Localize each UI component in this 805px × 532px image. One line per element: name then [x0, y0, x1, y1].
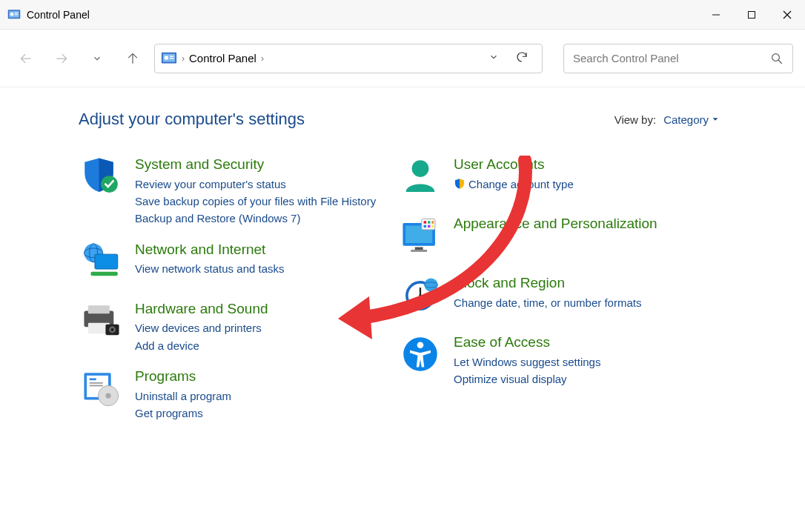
content: Adjust your computer's settings View by:… — [0, 87, 805, 422]
category-link[interactable]: View devices and printers — [135, 319, 397, 336]
uac-shield-icon — [454, 178, 466, 190]
svg-rect-31 — [90, 378, 96, 380]
breadcrumb-item[interactable]: Control Panel — [189, 52, 256, 64]
refresh-button[interactable] — [508, 50, 536, 67]
toolbar: › Control Panel › — [0, 30, 805, 87]
accessibility-icon — [397, 333, 443, 379]
category-title[interactable]: Hardware and Sound — [135, 300, 397, 318]
chevron-down-icon — [488, 52, 499, 62]
view-by-value: Category — [663, 113, 709, 126]
category-title[interactable]: Programs — [135, 368, 397, 385]
appearance-icon — [397, 215, 443, 261]
maximize-icon — [747, 10, 756, 19]
category-title[interactable]: System and Security — [135, 156, 397, 173]
back-icon — [19, 51, 33, 66]
category-link[interactable]: Change account type — [454, 176, 738, 193]
svg-point-28 — [111, 328, 114, 331]
user-icon — [397, 156, 443, 202]
minimize-icon — [712, 10, 720, 19]
maximize-button[interactable] — [734, 0, 769, 30]
svg-point-2 — [10, 13, 14, 16]
category-link-text: Change account type — [468, 176, 574, 193]
window-title: Control Panel — [27, 9, 90, 21]
chevron-down-icon — [92, 53, 102, 64]
category-link[interactable]: Add a device — [135, 337, 397, 354]
heading-row: Adjust your computer's settings View by:… — [79, 110, 738, 129]
svg-rect-40 — [415, 247, 423, 250]
view-by-label: View by: — [614, 113, 656, 126]
svg-rect-20 — [95, 254, 118, 269]
category-link[interactable]: Review your computer's status — [135, 176, 397, 193]
svg-point-14 — [772, 53, 780, 61]
category-link[interactable]: Backup and Restore (Windows 7) — [135, 210, 397, 227]
title-left: Control Panel — [7, 8, 90, 21]
category-title[interactable]: User Accounts — [454, 156, 738, 173]
search-input[interactable] — [573, 52, 770, 64]
categories: System and Security Review your computer… — [79, 156, 738, 422]
svg-rect-6 — [749, 11, 755, 18]
svg-rect-43 — [424, 221, 427, 224]
category-appearance-personalization: Appearance and Personalization — [397, 215, 738, 261]
address-dropdown-button[interactable] — [484, 52, 503, 65]
title-bar: Control Panel — [0, 0, 805, 30]
forward-icon — [54, 51, 69, 66]
category-ease-of-access: Ease of Access Let Windows suggest setti… — [397, 333, 738, 388]
back-button[interactable] — [12, 44, 40, 73]
category-title[interactable]: Network and Internet — [135, 241, 397, 259]
close-button[interactable] — [769, 0, 805, 30]
category-clock-region: Clock and Region Change date, time, or n… — [397, 274, 738, 320]
svg-rect-46 — [424, 225, 427, 228]
category-link[interactable]: Save backup copies of your files with Fi… — [135, 193, 397, 210]
search-icon — [770, 52, 784, 65]
categories-col-left: System and Security Review your computer… — [79, 156, 397, 422]
view-by-dropdown[interactable]: Category — [663, 113, 719, 126]
svg-point-53 — [419, 294, 422, 297]
svg-rect-33 — [90, 385, 103, 386]
svg-rect-45 — [431, 221, 434, 224]
svg-point-36 — [105, 393, 110, 398]
svg-rect-13 — [170, 58, 174, 59]
recent-locations-button[interactable] — [83, 44, 111, 73]
svg-rect-12 — [170, 56, 174, 56]
programs-icon — [79, 368, 125, 413]
category-user-accounts: User Accounts Change account type — [397, 156, 738, 202]
svg-rect-48 — [431, 225, 434, 228]
up-button[interactable] — [119, 44, 147, 73]
refresh-icon — [515, 50, 529, 64]
svg-rect-3 — [15, 13, 19, 13]
category-link[interactable]: Change date, time, or number formats — [454, 294, 738, 311]
category-link[interactable]: Get programs — [135, 405, 397, 422]
categories-col-right: User Accounts Change account type — [397, 156, 738, 422]
category-link[interactable]: Optimize visual display — [454, 370, 738, 388]
window-controls — [698, 0, 805, 30]
page-heading: Adjust your computer's settings — [79, 110, 305, 129]
svg-rect-24 — [88, 305, 110, 313]
minimize-button[interactable] — [698, 0, 734, 30]
category-link[interactable]: Let Windows suggest settings — [454, 353, 738, 370]
printer-icon — [79, 300, 125, 346]
category-system-security: System and Security Review your computer… — [79, 156, 397, 227]
up-icon — [125, 51, 140, 66]
network-icon — [79, 241, 125, 287]
address-bar[interactable]: › Control Panel › — [154, 44, 543, 73]
category-title[interactable]: Clock and Region — [454, 274, 738, 292]
category-title[interactable]: Ease of Access — [454, 333, 738, 351]
clock-icon — [397, 274, 443, 320]
svg-rect-32 — [90, 382, 103, 384]
breadcrumb-separator[interactable]: › — [261, 53, 264, 64]
category-link[interactable]: Uninstall a program — [135, 388, 397, 405]
search-bar[interactable] — [563, 44, 793, 73]
svg-point-11 — [165, 56, 169, 60]
category-hardware-sound: Hardware and Sound View devices and prin… — [79, 300, 397, 354]
svg-rect-41 — [411, 250, 427, 252]
breadcrumb-separator[interactable]: › — [182, 53, 185, 64]
category-link[interactable]: View network status and tasks — [135, 260, 397, 277]
control-panel-icon — [7, 8, 21, 21]
svg-rect-4 — [15, 14, 19, 15]
view-by: View by: Category — [614, 113, 719, 126]
control-panel-icon — [161, 50, 177, 67]
forward-button[interactable] — [47, 44, 76, 73]
svg-rect-42 — [422, 219, 435, 230]
caret-down-icon — [712, 116, 719, 123]
category-title[interactable]: Appearance and Personalization — [454, 215, 738, 233]
